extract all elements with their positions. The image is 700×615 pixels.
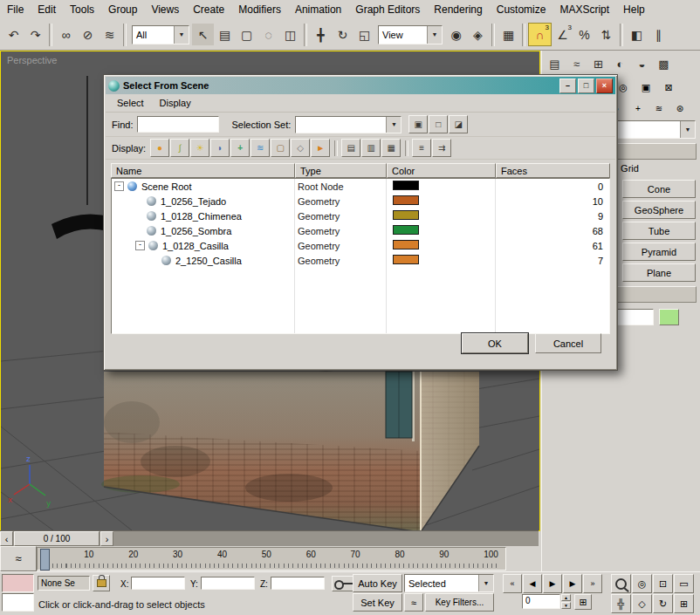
display-spacewarps-icon[interactable]: ≋	[250, 139, 270, 157]
menu-help[interactable]: Help	[616, 1, 652, 18]
menu-tools[interactable]: Tools	[63, 1, 101, 18]
select-and-manipulate-icon[interactable]: ◈	[467, 24, 489, 45]
spinner-up-icon[interactable]: ▲	[561, 594, 571, 601]
use-pivot-center-icon[interactable]: ◉	[445, 24, 467, 45]
chevron-down-icon[interactable]: ▼	[386, 117, 401, 133]
key-mode-dropdown[interactable]: Selected ▼	[404, 574, 494, 592]
object-color-swatch[interactable]	[659, 309, 679, 325]
house-model[interactable]	[101, 372, 479, 530]
display-children-icon[interactable]: ▤	[341, 139, 360, 157]
undo-icon[interactable]: ↶	[3, 24, 24, 45]
column-header-name[interactable]: Name	[111, 163, 295, 178]
zoom-region-icon[interactable]: ▭	[674, 574, 694, 593]
select-and-rotate-icon[interactable]: ↻	[332, 24, 353, 45]
tab-utilities[interactable]: ⊠	[657, 79, 680, 96]
select-object-icon[interactable]: ↖	[192, 24, 214, 45]
bind-to-spacewarp-icon[interactable]: ≋	[99, 24, 120, 45]
zoom-icon[interactable]	[611, 574, 631, 593]
expand-toggle[interactable]: -	[135, 241, 145, 250]
chevron-down-icon[interactable]: ▼	[680, 121, 695, 138]
y-coordinate-field[interactable]	[201, 577, 255, 590]
redo-icon[interactable]: ↷	[24, 24, 46, 45]
menu-customize[interactable]: Customize	[490, 1, 553, 18]
set-key-button[interactable]: Set Key	[353, 593, 402, 612]
select-dependents-icon[interactable]: ⇉	[432, 139, 451, 157]
dialog-title-bar[interactable]: Select From Scene – □ ×	[106, 77, 615, 94]
cone-button[interactable]: Cone	[622, 180, 696, 198]
column-header-type[interactable]: Type	[295, 163, 387, 178]
select-invert-icon[interactable]: ◪	[449, 115, 468, 133]
display-groups-icon[interactable]: ▢	[271, 139, 290, 157]
render-setup-icon[interactable]: ◒	[631, 53, 653, 75]
category-helpers-icon[interactable]: +	[628, 99, 649, 117]
display-cameras-icon[interactable]: ◗	[210, 139, 230, 157]
menu-file[interactable]: File	[0, 1, 31, 18]
go-to-start-button[interactable]: «	[503, 574, 522, 593]
keyboard-shortcut-override-icon[interactable]: ▦	[498, 24, 519, 45]
ok-button[interactable]: OK	[462, 333, 528, 353]
expand-toggle[interactable]: -	[114, 181, 124, 191]
next-frame-button[interactable]: ▶	[563, 574, 582, 593]
selection-lock-toggle[interactable]	[93, 575, 110, 591]
display-influences-icon[interactable]: ▥	[361, 139, 381, 157]
color-swatch[interactable]	[393, 181, 419, 190]
schematic-view-icon[interactable]: ⊞	[587, 53, 609, 75]
maximize-viewport-icon[interactable]: ⊞	[674, 594, 694, 613]
selection-set-dropdown[interactable]: ▼	[295, 116, 401, 133]
layer-manager-icon[interactable]: ▤	[544, 53, 566, 75]
color-swatch[interactable]	[393, 225, 419, 235]
lasso-selection-region-icon[interactable]: ◌	[257, 24, 279, 45]
key-filters-button[interactable]: Key Filters...	[425, 593, 494, 612]
category-spacewarps-icon[interactable]: ≋	[649, 99, 669, 117]
find-input[interactable]	[137, 116, 219, 133]
menu-modifiers[interactable]: Modifiers	[231, 1, 288, 18]
next-frame-arrow[interactable]: ›	[100, 531, 113, 546]
display-geometry-icon[interactable]: ●	[150, 139, 169, 157]
maximize-button[interactable]: □	[578, 79, 594, 93]
geosphere-button[interactable]: GeoSphere	[622, 201, 696, 219]
minimize-button[interactable]: –	[559, 79, 576, 93]
auto-key-button[interactable]: Auto Key	[353, 574, 402, 592]
window-crossing-icon[interactable]: ◫	[279, 24, 301, 45]
time-slider-handle[interactable]: 0 / 100	[14, 531, 100, 546]
pan-icon[interactable]: ╬	[611, 594, 631, 613]
zoom-extents-icon[interactable]: ⊡	[653, 574, 673, 593]
menu-create[interactable]: Create	[186, 1, 231, 18]
dialog-menu-display[interactable]: Display	[152, 96, 199, 110]
table-row[interactable]: - 1_0128_Casilla Geometry 61	[112, 238, 609, 253]
reference-coordinate-dropdown[interactable]: View ▼	[378, 25, 443, 44]
display-lights-icon[interactable]: ☀	[190, 139, 209, 157]
macro-recorder-mini-listener[interactable]	[2, 574, 34, 592]
sync-selection-icon[interactable]: ≡	[412, 139, 431, 157]
select-none-icon[interactable]: □	[429, 115, 448, 133]
tab-display[interactable]: ▣	[635, 79, 657, 96]
field-of-view-icon[interactable]: ◇	[632, 594, 652, 613]
go-to-end-button[interactable]: »	[583, 574, 602, 593]
table-row[interactable]: - Scene Root Root Node 0	[112, 179, 609, 194]
orbit-icon[interactable]: ↻	[653, 594, 673, 613]
chevron-down-icon[interactable]: ▼	[174, 26, 189, 44]
align-icon[interactable]: ∥	[648, 24, 669, 45]
viewport-label[interactable]: Perspective	[7, 55, 57, 65]
color-swatch[interactable]	[393, 255, 419, 264]
default-tangent-icon[interactable]: ≈	[404, 593, 423, 612]
snaps-toggle-icon[interactable]: ∩ 3	[528, 23, 552, 46]
track-bar-frame-handle[interactable]	[40, 549, 50, 571]
zoom-all-icon[interactable]: ◎	[632, 574, 652, 593]
column-header-faces[interactable]: Faces	[496, 163, 610, 178]
close-button[interactable]: ×	[596, 79, 613, 93]
unlink-selection-icon[interactable]: ⊘	[77, 24, 99, 45]
mini-curve-editor-button[interactable]: ≈	[0, 546, 37, 571]
curve-editor-icon[interactable]: ≈	[566, 53, 587, 75]
play-button[interactable]: ▶	[543, 574, 562, 593]
menu-animation[interactable]: Animation	[288, 1, 348, 18]
table-row[interactable]: 1_0256_Sombra Geometry 68	[112, 223, 609, 238]
track-bar-ruler[interactable]: 010 2030 4050 6070 8090 100	[37, 547, 506, 571]
tube-button[interactable]: Tube	[622, 222, 696, 240]
select-and-scale-icon[interactable]: ◱	[353, 24, 375, 45]
menu-rendering[interactable]: Rendering	[427, 1, 489, 18]
category-systems-icon[interactable]: ⊛	[669, 99, 690, 117]
color-swatch[interactable]	[393, 240, 419, 249]
cancel-button[interactable]: Cancel	[535, 333, 601, 353]
dialog-menu-select[interactable]: Select	[109, 96, 152, 110]
